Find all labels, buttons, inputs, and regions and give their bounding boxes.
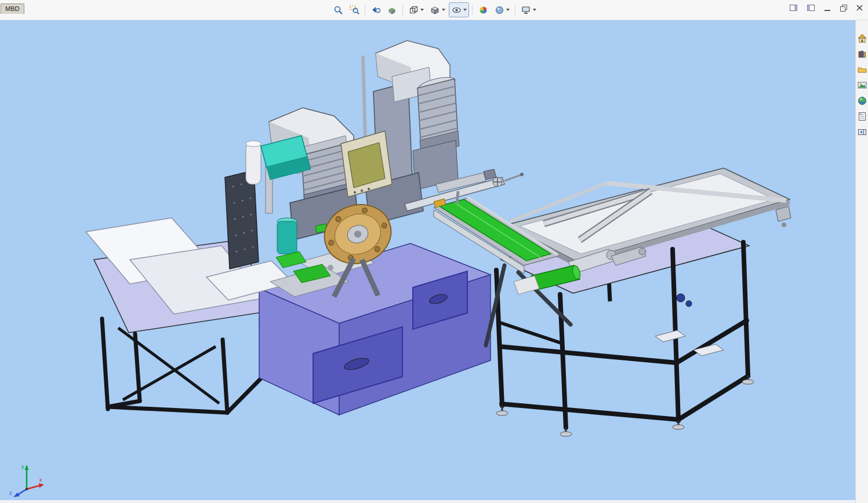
zoom-to-fit-button[interactable] <box>332 3 344 16</box>
minimize-icon <box>825 10 830 11</box>
design-library-tab-button[interactable] <box>856 48 867 59</box>
display-style-button[interactable] <box>428 3 441 16</box>
pane-options-icon <box>857 127 867 137</box>
toolbar-item-zoom-to-fit <box>331 2 346 17</box>
appearances-icon <box>857 96 867 106</box>
restore-icon <box>840 5 847 11</box>
section-view-button[interactable] <box>386 3 398 16</box>
toolbar-item-apply-scene <box>492 2 512 17</box>
home-icon <box>857 33 867 43</box>
edit-appearance-button[interactable] <box>477 3 489 16</box>
right-infeed-table[interactable] <box>496 168 791 436</box>
toolbar-separator <box>472 5 473 15</box>
view-palette-tab-button[interactable] <box>856 79 867 90</box>
window-controls <box>790 5 863 11</box>
toolbar-item-hide-show-items <box>449 2 469 17</box>
triad-y-label: y <box>21 464 24 469</box>
viewport-bottom-edge <box>0 500 856 503</box>
tab-mbd[interactable]: MBD <box>1 3 24 14</box>
toolbar-separator <box>515 5 515 15</box>
close-button[interactable] <box>856 5 863 11</box>
task-pane-tab-strip <box>855 20 868 503</box>
top-bar: MBD <box>0 0 868 20</box>
toolbar-separator <box>365 5 365 15</box>
pane-options-tab-button[interactable] <box>856 126 867 137</box>
triad-x-label: x <box>39 477 42 483</box>
toolbar-item-zoom-to-area <box>347 2 362 17</box>
view-settings-dropdown-caret[interactable] <box>533 9 536 11</box>
restore-button[interactable] <box>840 5 847 11</box>
appearances-scenes-tab-button[interactable] <box>856 95 867 106</box>
toolbar-item-edit-appearance <box>475 2 491 17</box>
cad-application-window: MBD <box>0 0 868 503</box>
toolbar-item-section-view <box>384 2 400 17</box>
previous-view-button[interactable] <box>369 3 382 16</box>
heads-up-view-toolbar <box>331 2 539 17</box>
graphics-area[interactable] <box>0 0 868 503</box>
toolbar-item-view-orientation <box>406 2 426 17</box>
triad-z-label: z <box>9 490 12 496</box>
apply-scene-dropdown-caret[interactable] <box>506 9 510 11</box>
minimize-button[interactable] <box>825 5 830 11</box>
design-library-icon <box>857 49 867 59</box>
tab-mbd-label: MBD <box>5 5 19 12</box>
toolbar-item-view-settings <box>518 2 539 17</box>
view-palette-icon <box>857 80 867 90</box>
reference-triad: y x z <box>6 460 51 498</box>
hide-show-items-button[interactable] <box>450 3 463 16</box>
custom-properties-tab-button[interactable] <box>856 111 867 122</box>
display-style-dropdown-caret[interactable] <box>442 9 445 11</box>
apply-scene-button[interactable] <box>493 3 506 16</box>
toolbar-item-display-style <box>427 2 448 17</box>
view-orientation-button[interactable] <box>407 3 420 16</box>
task-pane-toggle-button[interactable] <box>790 5 797 11</box>
view-settings-button[interactable] <box>520 3 532 16</box>
viewport-3d-scene[interactable] <box>0 0 868 503</box>
close-icon <box>856 5 863 11</box>
pane-layout-button[interactable] <box>807 5 815 11</box>
file-explorer-tab-button[interactable] <box>856 64 867 75</box>
toolbar-item-previous-view <box>368 2 383 17</box>
zoom-to-area-button[interactable] <box>348 3 361 16</box>
toolbar-separator <box>402 5 403 15</box>
file-explorer-icon <box>857 64 867 75</box>
hide-show-items-dropdown-caret[interactable] <box>463 9 467 11</box>
custom-properties-icon <box>857 111 867 122</box>
view-orientation-dropdown-caret[interactable] <box>420 9 424 11</box>
home-tab-button[interactable] <box>856 32 867 43</box>
